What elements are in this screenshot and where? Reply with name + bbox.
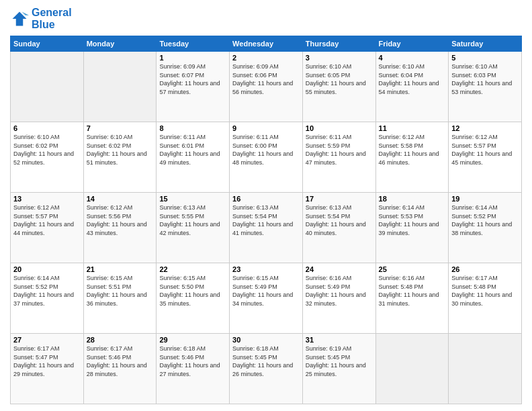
day-number: 2 xyxy=(232,54,300,62)
calendar-cell xyxy=(83,52,157,122)
day-info: Sunrise: 6:15 AM Sunset: 5:50 PM Dayligh… xyxy=(159,274,226,308)
day-info: Sunrise: 6:14 AM Sunset: 5:52 PM Dayligh… xyxy=(13,274,81,308)
calendar-cell: 21Sunrise: 6:15 AM Sunset: 5:51 PM Dayli… xyxy=(83,263,157,334)
day-info: Sunrise: 6:13 AM Sunset: 5:55 PM Dayligh… xyxy=(159,203,226,237)
day-number: 15 xyxy=(159,195,226,203)
calendar-header-friday: Friday xyxy=(375,36,449,52)
calendar-cell: 29Sunrise: 6:18 AM Sunset: 5:46 PM Dayli… xyxy=(157,334,230,404)
day-number: 25 xyxy=(379,265,446,273)
calendar-cell: 25Sunrise: 6:16 AM Sunset: 5:48 PM Dayli… xyxy=(375,263,449,334)
calendar-cell: 14Sunrise: 6:12 AM Sunset: 5:56 PM Dayli… xyxy=(83,193,157,263)
day-info: Sunrise: 6:10 AM Sunset: 6:02 PM Dayligh… xyxy=(13,133,81,167)
calendar-table: SundayMondayTuesdayWednesdayThursdayFrid… xyxy=(10,36,522,404)
day-info: Sunrise: 6:17 AM Sunset: 5:46 PM Dayligh… xyxy=(87,345,154,378)
calendar-week-2: 6Sunrise: 6:10 AM Sunset: 6:02 PM Daylig… xyxy=(11,122,522,193)
day-number: 30 xyxy=(232,336,300,344)
day-number: 9 xyxy=(232,124,300,132)
day-number: 10 xyxy=(306,124,373,132)
day-info: Sunrise: 6:19 AM Sunset: 5:45 PM Dayligh… xyxy=(306,345,373,378)
calendar-cell: 1Sunrise: 6:09 AM Sunset: 6:07 PM Daylig… xyxy=(157,52,230,122)
calendar-cell: 30Sunrise: 6:18 AM Sunset: 5:45 PM Dayli… xyxy=(230,334,303,404)
calendar-header-tuesday: Tuesday xyxy=(157,36,230,52)
day-info: Sunrise: 6:13 AM Sunset: 5:54 PM Dayligh… xyxy=(232,203,300,237)
day-info: Sunrise: 6:09 AM Sunset: 6:07 PM Dayligh… xyxy=(159,62,226,96)
day-number: 12 xyxy=(451,124,519,132)
calendar-cell: 7Sunrise: 6:10 AM Sunset: 6:02 PM Daylig… xyxy=(83,122,157,193)
calendar-cell: 3Sunrise: 6:10 AM Sunset: 6:05 PM Daylig… xyxy=(302,52,375,122)
day-info: Sunrise: 6:18 AM Sunset: 5:45 PM Dayligh… xyxy=(232,345,300,378)
calendar-cell: 2Sunrise: 6:09 AM Sunset: 6:06 PM Daylig… xyxy=(230,52,303,122)
day-number: 27 xyxy=(13,336,81,344)
day-number: 13 xyxy=(13,195,81,203)
calendar-cell: 8Sunrise: 6:11 AM Sunset: 6:01 PM Daylig… xyxy=(157,122,230,193)
calendar-cell: 23Sunrise: 6:15 AM Sunset: 5:49 PM Dayli… xyxy=(230,263,303,334)
day-info: Sunrise: 6:16 AM Sunset: 5:48 PM Dayligh… xyxy=(379,274,446,308)
day-info: Sunrise: 6:15 AM Sunset: 5:49 PM Dayligh… xyxy=(232,274,300,308)
svg-marker-1 xyxy=(22,11,30,15)
logo: General Blue xyxy=(10,7,72,30)
day-number: 11 xyxy=(379,124,446,132)
calendar-cell: 31Sunrise: 6:19 AM Sunset: 5:45 PM Dayli… xyxy=(302,334,375,404)
day-number: 6 xyxy=(13,124,81,132)
day-info: Sunrise: 6:12 AM Sunset: 5:57 PM Dayligh… xyxy=(451,133,519,167)
day-number: 17 xyxy=(306,195,373,203)
calendar-cell xyxy=(11,52,84,122)
day-info: Sunrise: 6:12 AM Sunset: 5:56 PM Dayligh… xyxy=(87,203,154,237)
calendar-cell: 16Sunrise: 6:13 AM Sunset: 5:54 PM Dayli… xyxy=(230,193,303,263)
calendar-cell: 28Sunrise: 6:17 AM Sunset: 5:46 PM Dayli… xyxy=(83,334,157,404)
day-info: Sunrise: 6:15 AM Sunset: 5:51 PM Dayligh… xyxy=(87,274,154,308)
day-number: 29 xyxy=(159,336,226,344)
calendar-cell: 6Sunrise: 6:10 AM Sunset: 6:02 PM Daylig… xyxy=(11,122,84,193)
day-info: Sunrise: 6:10 AM Sunset: 6:02 PM Dayligh… xyxy=(87,133,154,167)
day-info: Sunrise: 6:12 AM Sunset: 5:58 PM Dayligh… xyxy=(379,133,446,167)
calendar-cell: 9Sunrise: 6:11 AM Sunset: 6:00 PM Daylig… xyxy=(230,122,303,193)
calendar-week-5: 27Sunrise: 6:17 AM Sunset: 5:47 PM Dayli… xyxy=(11,334,522,404)
calendar-cell xyxy=(375,334,449,404)
day-number: 19 xyxy=(451,195,519,203)
calendar-cell: 4Sunrise: 6:10 AM Sunset: 6:04 PM Daylig… xyxy=(375,52,449,122)
day-number: 1 xyxy=(159,54,226,62)
logo-icon xyxy=(10,9,29,28)
logo-text: General Blue xyxy=(32,7,72,30)
day-number: 5 xyxy=(451,54,519,62)
calendar-week-4: 20Sunrise: 6:14 AM Sunset: 5:52 PM Dayli… xyxy=(11,263,522,334)
calendar-cell: 18Sunrise: 6:14 AM Sunset: 5:53 PM Dayli… xyxy=(375,193,449,263)
calendar-cell: 17Sunrise: 6:13 AM Sunset: 5:54 PM Dayli… xyxy=(302,193,375,263)
day-info: Sunrise: 6:17 AM Sunset: 5:48 PM Dayligh… xyxy=(451,274,519,308)
calendar-cell: 10Sunrise: 6:11 AM Sunset: 5:59 PM Dayli… xyxy=(302,122,375,193)
day-number: 22 xyxy=(159,265,226,273)
calendar-cell xyxy=(449,334,522,404)
calendar-header-monday: Monday xyxy=(83,36,157,52)
calendar-cell: 12Sunrise: 6:12 AM Sunset: 5:57 PM Dayli… xyxy=(449,122,522,193)
day-info: Sunrise: 6:16 AM Sunset: 5:49 PM Dayligh… xyxy=(306,274,373,308)
calendar-cell: 15Sunrise: 6:13 AM Sunset: 5:55 PM Dayli… xyxy=(157,193,230,263)
calendar-header-saturday: Saturday xyxy=(449,36,522,52)
calendar-cell: 27Sunrise: 6:17 AM Sunset: 5:47 PM Dayli… xyxy=(11,334,84,404)
calendar-cell: 5Sunrise: 6:10 AM Sunset: 6:03 PM Daylig… xyxy=(449,52,522,122)
day-number: 7 xyxy=(87,124,154,132)
day-info: Sunrise: 6:10 AM Sunset: 6:04 PM Dayligh… xyxy=(379,62,446,96)
day-number: 14 xyxy=(87,195,154,203)
day-info: Sunrise: 6:10 AM Sunset: 6:03 PM Dayligh… xyxy=(451,62,519,96)
day-info: Sunrise: 6:14 AM Sunset: 5:53 PM Dayligh… xyxy=(379,203,446,237)
day-number: 18 xyxy=(379,195,446,203)
calendar-header-wednesday: Wednesday xyxy=(230,36,303,52)
day-number: 31 xyxy=(306,336,373,344)
day-number: 23 xyxy=(232,265,300,273)
day-info: Sunrise: 6:11 AM Sunset: 6:00 PM Dayligh… xyxy=(232,133,300,167)
header: General Blue xyxy=(10,7,522,30)
day-info: Sunrise: 6:17 AM Sunset: 5:47 PM Dayligh… xyxy=(13,345,81,378)
day-number: 28 xyxy=(87,336,154,344)
day-number: 21 xyxy=(87,265,154,273)
calendar-cell: 22Sunrise: 6:15 AM Sunset: 5:50 PM Dayli… xyxy=(157,263,230,334)
day-info: Sunrise: 6:13 AM Sunset: 5:54 PM Dayligh… xyxy=(306,203,373,237)
calendar-header-row: SundayMondayTuesdayWednesdayThursdayFrid… xyxy=(11,36,522,52)
day-number: 24 xyxy=(306,265,373,273)
calendar-cell: 24Sunrise: 6:16 AM Sunset: 5:49 PM Dayli… xyxy=(302,263,375,334)
day-info: Sunrise: 6:11 AM Sunset: 5:59 PM Dayligh… xyxy=(306,133,373,167)
calendar-cell: 19Sunrise: 6:14 AM Sunset: 5:52 PM Dayli… xyxy=(449,193,522,263)
day-number: 26 xyxy=(451,265,519,273)
calendar-cell: 13Sunrise: 6:12 AM Sunset: 5:57 PM Dayli… xyxy=(11,193,84,263)
day-info: Sunrise: 6:09 AM Sunset: 6:06 PM Dayligh… xyxy=(232,62,300,96)
day-info: Sunrise: 6:18 AM Sunset: 5:46 PM Dayligh… xyxy=(159,345,226,378)
